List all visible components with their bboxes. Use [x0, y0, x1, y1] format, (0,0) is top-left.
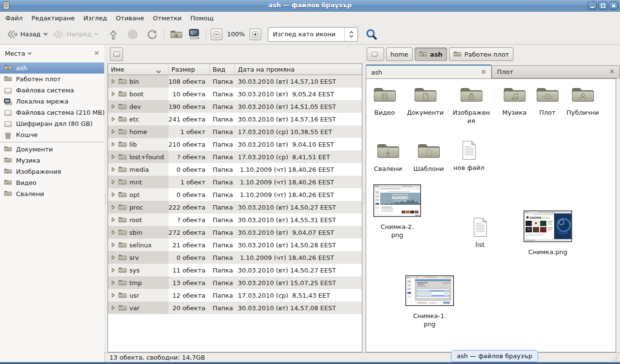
titlebar[interactable]: ash — файлов браузър — [0, 0, 620, 12]
tab-ash[interactable]: ash — [366, 64, 492, 78]
expander-icon[interactable] — [111, 192, 116, 197]
expander-icon[interactable] — [111, 129, 116, 134]
sidebar-item-downloads[interactable]: Свалени — [0, 188, 104, 199]
cell-name: mnt — [108, 176, 169, 188]
table-row-sbin[interactable]: sbin272 обектаПапка30.03.2010 (вт) 9,04,… — [108, 226, 362, 239]
tab-close-icon[interactable] — [609, 68, 615, 76]
column-header-2[interactable]: Вид — [210, 64, 235, 75]
zoom-out-button[interactable] — [211, 29, 222, 40]
cell-name: srv — [108, 251, 169, 264]
resize-grip[interactable] — [611, 354, 619, 362]
sidebar-item-encrypted-80gb[interactable]: Шифриран дял (80 GB) — [0, 118, 104, 129]
column-header-1[interactable]: Размер — [169, 64, 210, 75]
breadcrumb-home-dir[interactable]: home — [386, 47, 413, 61]
table-row-opt[interactable]: opt0 обектаПапка 1.10.2009 (чт) 18,40,26… — [108, 188, 362, 201]
table-row-media[interactable]: media0 обектаПапка 1.10.2009 (чт) 18,40,… — [108, 163, 362, 176]
computer-button[interactable] — [185, 26, 202, 43]
expander-icon[interactable] — [111, 205, 116, 210]
file-snimka[interactable]: GNOMEStoreСнимка.png — [522, 211, 574, 256]
expander-icon[interactable] — [111, 167, 116, 172]
minimize-button[interactable] — [588, 1, 597, 10]
close-button[interactable] — [609, 1, 618, 10]
zoom-in-button[interactable] — [249, 29, 261, 40]
menu-edit[interactable]: Редактиране — [27, 13, 79, 23]
table-row-lib[interactable]: lib210 обектаПапка30.03.2010 (вт) 9,04,1… — [108, 138, 362, 151]
sidebar-item-music[interactable]: Музика — [0, 155, 104, 166]
sidebar-item-trash[interactable]: Кошче — [0, 129, 104, 140]
folder-icon — [118, 191, 127, 198]
expander-icon[interactable] — [111, 305, 116, 310]
menu-file[interactable]: Файл — [1, 13, 27, 23]
expander-icon[interactable] — [111, 255, 116, 260]
table-row-sys[interactable]: sys11 обектаПапка30.03.2010 (вт) 14,50,2… — [108, 264, 362, 276]
expander-icon[interactable] — [111, 117, 116, 121]
expander-icon[interactable] — [111, 104, 116, 109]
file-documents[interactable]: Документи — [401, 84, 450, 117]
column-header-0[interactable]: Име — [108, 64, 169, 75]
back-button[interactable]: Назад — [4, 27, 50, 42]
sidebar-item-documents[interactable]: Документи — [0, 144, 104, 155]
sidebar-close-icon[interactable] — [94, 50, 99, 57]
expander-icon[interactable] — [111, 280, 116, 285]
expander-icon[interactable] — [111, 180, 116, 184]
file-new-file[interactable]: нов файл — [445, 139, 493, 172]
expander-icon[interactable] — [111, 268, 116, 273]
table-row-usr[interactable]: usr12 обектаПапка17.03.2010 (ср) 8,51,43… — [108, 289, 362, 302]
breadcrumb-root[interactable] — [367, 47, 384, 61]
reload-button[interactable] — [144, 27, 160, 42]
table-row-srv[interactable]: srv0 обектаПапка 1.10.2009 (чт) 18,40,26… — [108, 251, 362, 264]
expander-icon[interactable] — [111, 217, 116, 222]
file-pictures[interactable]: Изображен ия — [447, 84, 496, 125]
column-header-3[interactable]: Дата на промяна — [235, 64, 362, 75]
sidebar-item-desktop[interactable]: Работен плот — [0, 74, 104, 85]
home-button[interactable] — [168, 28, 185, 41]
menu-go[interactable]: Отиване — [111, 13, 148, 23]
cell-name: sys — [108, 264, 169, 276]
expander-icon[interactable] — [111, 243, 116, 247]
view-mode-select[interactable]: Изглед като икони — [268, 27, 358, 42]
search-button[interactable] — [364, 27, 379, 42]
file-snimka-1[interactable]: Снимка-1. png — [403, 275, 456, 328]
table-row-lost+found[interactable]: lost+found? обектаПапка17.03.2010 (ср) 8… — [108, 151, 362, 163]
table-row-home[interactable]: home1 обектПапка17.03.2010 (ср) 10,38,55… — [108, 125, 362, 138]
tab-Плот[interactable]: Плот — [492, 65, 620, 78]
left-pane-root-button[interactable] — [110, 47, 123, 61]
menu-view[interactable]: Изглед — [79, 13, 111, 23]
sidebar-title[interactable]: Места — [5, 50, 32, 57]
file-list[interactable]: list — [456, 216, 504, 249]
expander-icon[interactable] — [111, 230, 116, 235]
menu-help[interactable]: Помощ — [186, 13, 218, 23]
file-snimka-2[interactable]: GUADECСнимка-2. png — [372, 184, 423, 239]
sidebar-item-filesystem[interactable]: Файлова система — [0, 85, 104, 96]
breadcrumb-desktop[interactable]: Работен плот — [449, 47, 513, 61]
table-row-tmp[interactable]: tmp13 обектаПапка30.03.2010 (вт) 15,07,2… — [108, 276, 362, 289]
expander-icon[interactable] — [111, 79, 116, 84]
menu-bookmarks[interactable]: Отметки — [148, 13, 186, 23]
sidebar-item-home[interactable]: ash — [0, 62, 104, 74]
stop-button[interactable] — [124, 27, 141, 42]
breadcrumb-ash[interactable]: ash — [415, 47, 447, 61]
table-row-mnt[interactable]: mnt1 обектПапка 1.10.2009 (чт) 18,40,26 … — [108, 176, 362, 188]
tab-close-icon[interactable] — [481, 69, 486, 76]
up-button[interactable] — [105, 27, 122, 42]
maximize-button[interactable] — [598, 1, 607, 10]
expander-icon[interactable] — [111, 142, 116, 147]
table-row-var[interactable]: var20 обектаПапка30.03.2010 (вт) 14,57,0… — [108, 302, 362, 314]
table-row-selinux[interactable]: selinux21 обектаПапка30.03.2010 (вт) 14,… — [108, 239, 362, 251]
sidebar-item-network[interactable]: Локална мрежа — [0, 96, 104, 107]
file-public[interactable]: Публични — [558, 84, 607, 117]
forward-button[interactable]: Напред — [50, 27, 101, 42]
expander-icon[interactable] — [111, 293, 116, 298]
table-row-etc[interactable]: etc241 обектаПапка30.03.2010 (вт) 14,57,… — [108, 113, 362, 125]
cell-type: Папка — [210, 276, 235, 289]
table-row-bin[interactable]: bin108 обектаПапка30.03.2010 (вт) 14,57,… — [108, 75, 362, 88]
sidebar-item-videos[interactable]: Видео — [0, 177, 104, 188]
sidebar-item-pictures[interactable]: Изображения — [0, 166, 104, 177]
table-row-root[interactable]: root? обектаПапка30.03.2010 (вт) 14,55,3… — [108, 213, 362, 226]
expander-icon[interactable] — [111, 91, 116, 96]
sidebar-item-volume-210mb[interactable]: Файлова система (210 MB) — [0, 107, 104, 118]
table-row-proc[interactable]: proc222 обектаПапка30.03.2010 (вт) 14,50… — [108, 201, 362, 213]
table-row-boot[interactable]: boot10 обектаПапка30.03.2010 (вт) 9,05,2… — [108, 88, 362, 100]
table-row-dev[interactable]: dev190 обектаПапка30.03.2010 (вт) 14,51,… — [108, 100, 362, 113]
expander-icon[interactable] — [111, 154, 116, 159]
